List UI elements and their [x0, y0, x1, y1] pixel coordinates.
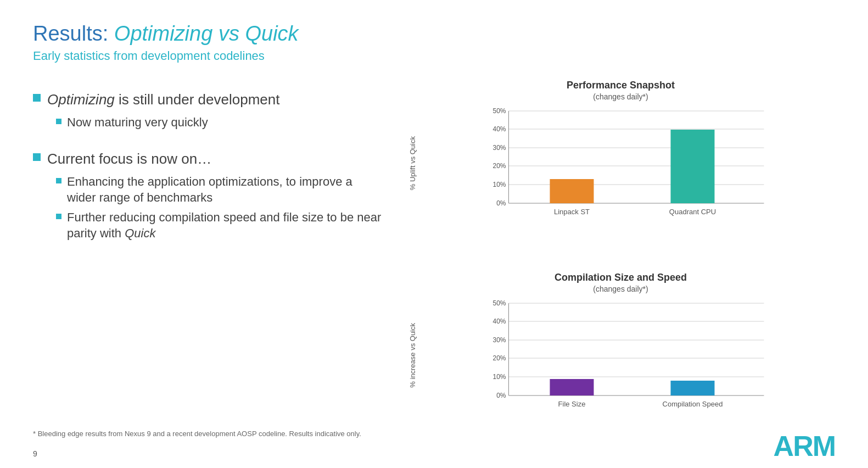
title-italic: Optimizing vs Quick — [114, 22, 299, 45]
bar-quadrant-cpu — [671, 130, 715, 203]
chart2-title: Compilation Size and Speed — [555, 272, 687, 283]
chart1-subtitle: (changes daily*) — [593, 92, 648, 101]
svg-text:Quadrant CPU: Quadrant CPU — [669, 208, 716, 216]
page-number: 9 — [33, 449, 37, 458]
svg-text:0%: 0% — [496, 392, 506, 399]
svg-text:10%: 10% — [492, 373, 506, 381]
sub-marker-1-1 — [56, 119, 61, 124]
sub-text-2-1: Enhancing the application optimizations,… — [67, 174, 384, 205]
svg-text:50%: 50% — [492, 107, 506, 115]
bullet-sub-1-1: Now maturing very quickly — [56, 115, 384, 131]
svg-text:File Size: File Size — [558, 400, 586, 408]
title-plain: Results: — [33, 22, 114, 45]
chart2-svg: 50% 40% 30% 20% 10% 0% File Size Compila… — [418, 298, 835, 413]
bullet-marker-1 — [33, 94, 41, 102]
chart2-svg-wrapper: % increase vs Quick 50% 40% 30% 20% 10% … — [406, 298, 835, 413]
svg-text:30%: 30% — [492, 144, 506, 152]
svg-text:40%: 40% — [492, 125, 506, 133]
left-panel: Optimizing is still under development No… — [33, 80, 384, 453]
bullet-section-1: Optimizing is still under development No… — [33, 91, 384, 135]
chart1-y-label: % Uplift vs Quick — [408, 136, 417, 190]
sub-text-2-2: Further reducing compilation speed and f… — [67, 210, 384, 241]
bar-linpack-st — [550, 179, 594, 203]
slide-subtitle: Early statistics from development codeli… — [33, 49, 835, 63]
bullet-section-2: Current focus is now on… Enhancing the a… — [33, 150, 384, 246]
right-panel: Performance Snapshot (changes daily*) % … — [406, 80, 835, 453]
svg-text:50%: 50% — [492, 299, 506, 307]
bar-file-size — [550, 379, 594, 395]
svg-text:Linpack ST: Linpack ST — [554, 208, 590, 216]
bullet-sub-2-1: Enhancing the application optimizations,… — [56, 174, 384, 205]
bullet-text-2: Current focus is now on… — [47, 150, 211, 169]
svg-text:0%: 0% — [496, 199, 506, 207]
arm-logo: ARM — [774, 430, 835, 463]
svg-text:20%: 20% — [492, 162, 506, 170]
chart2-y-label: % increase vs Quick — [408, 323, 417, 388]
bar-compilation-speed — [671, 381, 715, 395]
footnote: * Bleeding edge results from Nexus 9 and… — [33, 430, 361, 438]
svg-text:20%: 20% — [492, 354, 506, 362]
bullet-marker-2 — [33, 153, 41, 161]
sub-text-1-1: Now maturing very quickly — [67, 115, 208, 131]
chart1-container: Performance Snapshot (changes daily*) % … — [406, 80, 835, 261]
svg-text:30%: 30% — [492, 336, 506, 344]
bullet-text-1: Optimizing is still under development — [47, 91, 279, 109]
chart1-title: Performance Snapshot — [567, 80, 675, 91]
sub2-italic: Quick — [125, 226, 155, 240]
chart2-container: Compilation Size and Speed (changes dail… — [406, 272, 835, 453]
chart1-svg: 50% 40% 30% 20% 10% 0% Linpack ST Quadra… — [418, 105, 835, 221]
chart1-svg-wrapper: % Uplift vs Quick 50% 40% — [406, 105, 835, 221]
bullet-main-1: Optimizing is still under development — [33, 91, 384, 109]
svg-text:Compilation Speed: Compilation Speed — [663, 400, 723, 408]
bullet1-plain: is still under development — [115, 91, 280, 108]
slide-title: Results: Optimizing vs Quick — [33, 22, 835, 46]
bullet1-italic: Optimizing — [47, 91, 115, 108]
bullet-main-2: Current focus is now on… — [33, 150, 384, 169]
svg-text:40%: 40% — [492, 317, 506, 325]
bullet-sub-2-2: Further reducing compilation speed and f… — [56, 210, 384, 241]
svg-text:10%: 10% — [492, 181, 506, 188]
sub-marker-2-1 — [56, 178, 61, 183]
chart2-subtitle: (changes daily*) — [593, 285, 648, 293]
sub-marker-2-2 — [56, 214, 61, 219]
